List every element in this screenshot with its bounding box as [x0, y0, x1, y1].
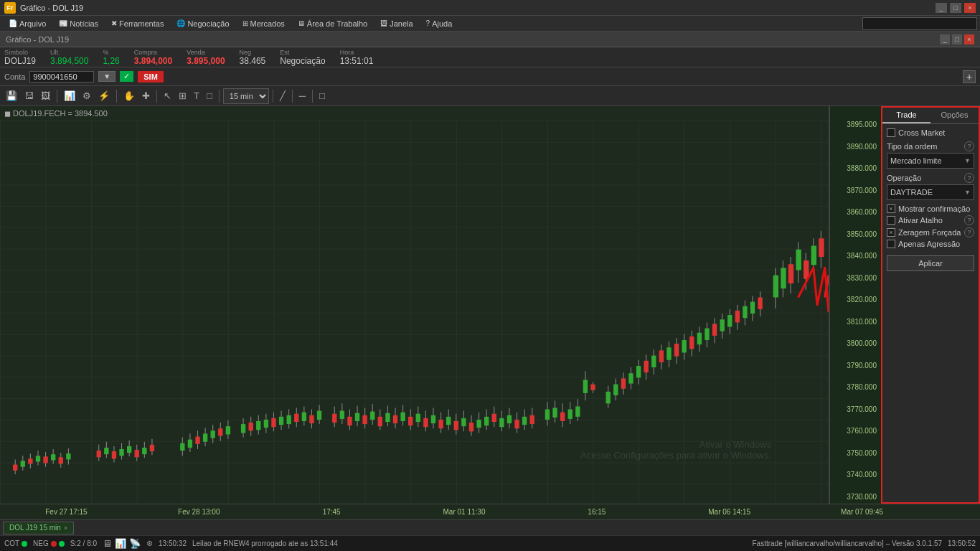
zeragem-forcada-checkbox[interactable]: ×	[887, 228, 895, 237]
chart-type-button[interactable]: 📊	[61, 88, 78, 105]
area-button[interactable]: □	[316, 88, 328, 105]
menubar: 📄 Arquivo 📰 Notícias ✖ Ferramentas 🌐 Neg…	[0, 16, 980, 32]
svg-rect-30	[127, 446, 131, 453]
titlebar: Fr Gráfico - DOL J19 _ □ ×	[0, 0, 980, 16]
price-axis: 3895.000 3890.000 3880.000 3870.000 3860…	[829, 106, 881, 504]
settings-button[interactable]: ⚙	[80, 88, 94, 105]
menu-janela-label: Janela	[390, 19, 413, 28]
svg-rect-86	[378, 417, 382, 426]
grid-button[interactable]: ⊞	[176, 88, 189, 105]
open-button[interactable]: 🖫	[22, 88, 37, 105]
win-restore-button[interactable]: □	[952, 34, 962, 44]
maximize-button[interactable]: □	[950, 3, 961, 13]
search-input[interactable]	[862, 17, 977, 30]
pan-button[interactable]: ✋	[121, 88, 138, 105]
win-minimize-button[interactable]: _	[940, 34, 950, 44]
svg-rect-176	[735, 311, 740, 322]
operacao-help-icon[interactable]: ?	[964, 173, 974, 183]
svg-rect-24	[104, 448, 108, 454]
cot-status: COT	[4, 540, 27, 547]
tab-close-icon[interactable]: ×	[64, 524, 67, 532]
svg-rect-154	[651, 356, 656, 367]
tipo-ordem-dropdown[interactable]: Mercado limite ▼	[887, 153, 974, 169]
operacao-dropdown[interactable]: DAYTRADE ▼	[887, 184, 974, 200]
close-button[interactable]: ×	[964, 3, 976, 13]
ativar-atalho-checkbox[interactable]	[887, 216, 895, 225]
svg-rect-136	[575, 406, 580, 416]
pct-value: 1,26	[103, 56, 119, 66]
trade-panel: Trade Opções Cross Market Tipo da ordem …	[881, 106, 980, 504]
tabbar: DOL J19 15 min ×	[0, 519, 980, 535]
svg-rect-190	[796, 250, 801, 270]
price-tick: 3880.000	[831, 164, 880, 172]
cross-market-checkbox[interactable]	[887, 128, 895, 137]
time-label-5: 16:15	[530, 508, 663, 516]
svg-rect-50	[226, 426, 230, 434]
svg-rect-148	[628, 373, 633, 383]
line-width-button[interactable]: ─	[296, 88, 308, 105]
menu-noticias[interactable]: 📰 Notícias	[53, 17, 104, 31]
indicators-button[interactable]: ⚡	[95, 88, 113, 105]
statusbar: COT NEG S:2 / 8:0 🖥 📊 📡 ⚙ 13:50:32 Leila…	[0, 535, 980, 551]
menu-negociacao[interactable]: 🌐 Negociação	[171, 17, 235, 31]
menu-ferramentas[interactable]: ✖ Ferramentas	[105, 17, 169, 31]
mostrar-confirmacao-checkbox[interactable]: ×	[887, 204, 895, 213]
conta-check-button[interactable]: ✓	[120, 71, 133, 82]
rectangle-button[interactable]: □	[204, 88, 215, 105]
system-icons: 🖥 📊 📡	[103, 538, 141, 549]
menu-area-trabalho[interactable]: 🖥 Área de Trabalho	[292, 17, 373, 31]
crosshair-button[interactable]: ✚	[139, 88, 153, 105]
svg-rect-146	[621, 378, 626, 388]
venda-field: Venda 3.895,000	[187, 49, 225, 66]
svg-rect-128	[545, 410, 550, 420]
svg-rect-74	[332, 414, 336, 423]
s-label: S:2 / 8:0	[70, 540, 97, 547]
panel-content: Cross Market Tipo da ordem ? Mercado lim…	[882, 124, 979, 502]
svg-rect-42	[195, 437, 199, 444]
add-tab-button[interactable]: +	[963, 70, 976, 83]
win-close-button[interactable]: ×	[964, 34, 974, 44]
tab-opcoes[interactable]: Opções	[930, 108, 979, 123]
svg-rect-66	[294, 414, 298, 422]
menu-ajuda[interactable]: ? Ajuda	[420, 17, 458, 31]
tab-dolj19-15min[interactable]: DOL J19 15 min ×	[3, 522, 74, 534]
svg-rect-48	[218, 428, 222, 435]
minimize-button[interactable]: _	[936, 3, 947, 13]
svg-rect-186	[781, 268, 786, 288]
svg-rect-142	[606, 392, 611, 403]
menu-mercados[interactable]: ⊞ Mercados	[237, 17, 291, 31]
line-type-button[interactable]: ╱	[277, 88, 288, 105]
text-button[interactable]: T	[191, 88, 202, 105]
tipo-ordem-help-icon[interactable]: ?	[964, 141, 974, 151]
compra-field: Compra 3.894,000	[134, 49, 172, 66]
toolbar-separator-4	[219, 90, 220, 103]
conta-dropdown-button[interactable]: ▼	[98, 71, 116, 82]
pointer-button[interactable]: ↖	[161, 88, 174, 105]
tab-trade[interactable]: Trade	[882, 108, 930, 123]
svg-rect-138	[583, 380, 588, 392]
compra-value: 3.894,000	[134, 56, 172, 66]
svg-rect-6	[13, 465, 17, 471]
conta-input[interactable]	[29, 71, 94, 83]
hora-field: Hora 13:51:01	[340, 49, 374, 66]
save-button[interactable]: 💾	[3, 88, 20, 105]
ativar-atalho-help-icon[interactable]: ?	[964, 215, 974, 225]
chart-area[interactable]: ◼ DOLJ19.FECH = 3894.500 Ativar o Window…	[0, 106, 829, 504]
svg-rect-32	[135, 450, 139, 457]
system-icon-1: 🖥	[103, 538, 112, 549]
menu-arquivo[interactable]: 📄 Arquivo	[3, 17, 52, 31]
candlestick-chart	[0, 121, 829, 504]
sim-button[interactable]: SIM	[138, 71, 164, 83]
svg-rect-80	[355, 413, 359, 421]
timeframe-select[interactable]: 15 min 1 min 5 min 30 min 1 h 1 dia	[223, 88, 269, 104]
aplicar-button[interactable]: Aplicar	[887, 255, 974, 271]
menu-janela[interactable]: 🖼 Janela	[374, 17, 418, 31]
mercados-icon: ⊞	[242, 19, 248, 27]
screenshot-button[interactable]: 🖼	[38, 88, 53, 105]
svg-rect-172	[720, 319, 724, 331]
zeragem-forcada-help-icon[interactable]: ?	[964, 227, 974, 237]
price-tick: 3790.000	[831, 362, 880, 369]
svg-rect-160	[674, 344, 679, 356]
apenas-agressao-checkbox[interactable]	[887, 240, 895, 248]
operacao-value: DAYTRADE	[890, 188, 933, 197]
